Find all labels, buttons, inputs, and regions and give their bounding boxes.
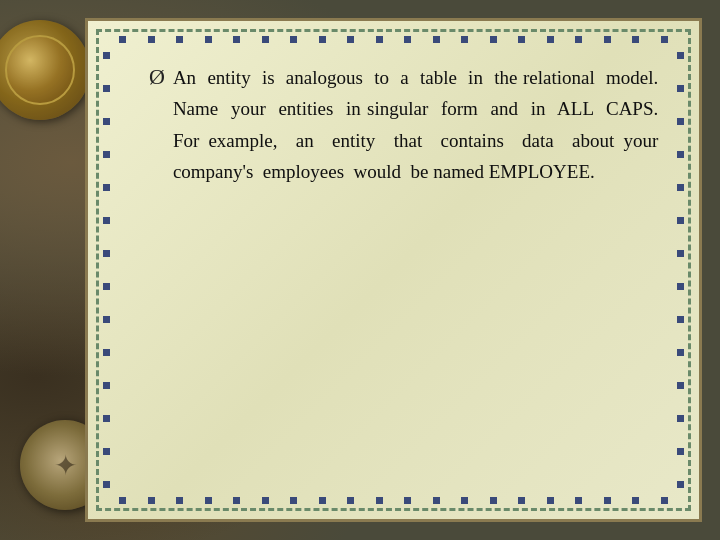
border-dot xyxy=(119,36,126,43)
bullet-text: An entity is analogous to a table in the… xyxy=(173,62,663,187)
border-dot xyxy=(119,497,126,504)
border-dot xyxy=(205,36,212,43)
border-dot xyxy=(604,36,611,43)
border-dots-right xyxy=(677,52,684,488)
border-dot xyxy=(103,184,110,191)
border-dots-left xyxy=(103,52,110,488)
border-dot xyxy=(319,497,326,504)
border-dot xyxy=(347,497,354,504)
border-dot xyxy=(233,36,240,43)
border-dot xyxy=(518,36,525,43)
border-dot xyxy=(575,497,582,504)
border-dot xyxy=(103,448,110,455)
slide-content: Ø An entity is analogous to a table in t… xyxy=(149,62,663,488)
border-dot xyxy=(547,36,554,43)
border-dot xyxy=(604,497,611,504)
border-dot xyxy=(677,118,684,125)
border-dots-bottom xyxy=(119,497,668,504)
border-dot xyxy=(103,250,110,257)
border-dot xyxy=(677,250,684,257)
border-dot xyxy=(262,36,269,43)
border-dot xyxy=(518,497,525,504)
border-dot xyxy=(205,497,212,504)
border-dot xyxy=(290,36,297,43)
border-dot xyxy=(103,415,110,422)
border-dot xyxy=(103,85,110,92)
border-dot xyxy=(404,497,411,504)
border-dot xyxy=(677,415,684,422)
border-dot xyxy=(233,497,240,504)
border-dot xyxy=(575,36,582,43)
border-dot xyxy=(677,85,684,92)
border-dot xyxy=(103,481,110,488)
border-dot xyxy=(376,36,383,43)
border-dot xyxy=(490,497,497,504)
border-dot xyxy=(103,316,110,323)
border-dot xyxy=(176,497,183,504)
border-dot xyxy=(262,497,269,504)
border-dot xyxy=(404,36,411,43)
border-dot xyxy=(461,497,468,504)
border-dot xyxy=(677,52,684,59)
border-dot xyxy=(490,36,497,43)
border-dot xyxy=(677,217,684,224)
border-dots-top xyxy=(119,36,668,43)
border-dot xyxy=(103,217,110,224)
border-dot xyxy=(661,497,668,504)
border-dot xyxy=(547,497,554,504)
border-dot xyxy=(661,36,668,43)
border-dot xyxy=(347,36,354,43)
border-dot xyxy=(677,184,684,191)
border-dot xyxy=(376,497,383,504)
border-dot xyxy=(677,316,684,323)
slide-container: Ø An entity is analogous to a table in t… xyxy=(85,18,702,522)
border-dot xyxy=(677,448,684,455)
border-dot xyxy=(176,36,183,43)
border-dot xyxy=(677,481,684,488)
bullet-item: Ø An entity is analogous to a table in t… xyxy=(149,62,663,187)
border-dot xyxy=(677,151,684,158)
border-dot xyxy=(677,283,684,290)
border-dot xyxy=(103,118,110,125)
border-dot xyxy=(290,497,297,504)
border-dot xyxy=(677,382,684,389)
border-dot xyxy=(103,52,110,59)
border-dot xyxy=(461,36,468,43)
border-dot xyxy=(148,497,155,504)
border-dot xyxy=(677,349,684,356)
border-dot xyxy=(632,36,639,43)
border-dot xyxy=(103,151,110,158)
border-dot xyxy=(433,36,440,43)
border-dot xyxy=(632,497,639,504)
border-dot xyxy=(103,382,110,389)
slide-inner-border: Ø An entity is analogous to a table in t… xyxy=(96,29,691,511)
border-dot xyxy=(103,349,110,356)
border-dot xyxy=(103,283,110,290)
bullet-arrow-icon: Ø xyxy=(149,64,165,90)
border-dot xyxy=(433,497,440,504)
border-dot xyxy=(319,36,326,43)
border-dot xyxy=(148,36,155,43)
